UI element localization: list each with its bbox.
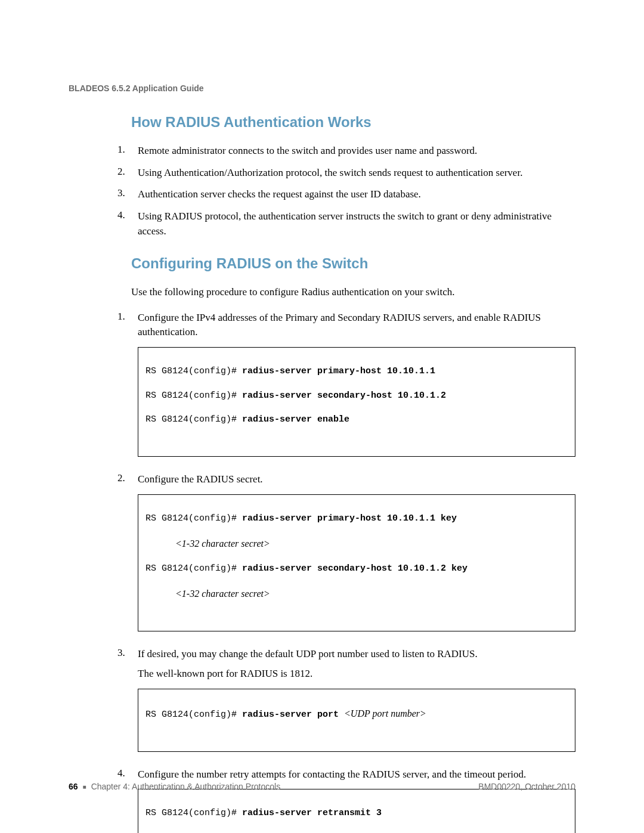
code-prompt: RS G8124(config)# xyxy=(145,513,242,524)
code-command: radius-server retransmit 3 xyxy=(242,808,382,818)
step-text: Authentication server checks the request… xyxy=(138,187,575,202)
code-command: radius-server primary-host 10.10.1.1 key xyxy=(242,513,457,524)
footer-doc-id: BMD00220, October 2010 xyxy=(478,782,575,791)
step-number: 1. xyxy=(117,311,132,465)
section1-step-4: 4. Using RADIUS protocol, the authentica… xyxy=(117,209,575,239)
step-note: The well-known port for RADIUS is 1812. xyxy=(138,667,575,682)
section2-intro: Use the following procedure to configure… xyxy=(69,285,575,300)
section1-step-3: 3. Authentication server checks the requ… xyxy=(117,187,575,202)
step-text: Remote administrator connects to the swi… xyxy=(138,144,575,159)
footer-page-number: 66 xyxy=(69,782,78,791)
code-command: radius-server port xyxy=(242,710,344,720)
code-placeholder: <UDP port number> xyxy=(344,708,426,719)
step-text: Using Authentication/Authorization proto… xyxy=(138,166,575,181)
footer-chapter: Chapter 4: Authentication & Authorizatio… xyxy=(91,782,281,791)
section-how-radius-works: How RADIUS Authentication Works 1. Remot… xyxy=(69,114,575,239)
step-text: Using RADIUS protocol, the authenticatio… xyxy=(138,209,575,239)
section1-heading: How RADIUS Authentication Works xyxy=(69,114,575,131)
code-block: RS G8124(config)# radius-server primary-… xyxy=(138,347,575,457)
step-text: Configure the RADIUS secret. xyxy=(138,473,263,485)
step-text: If desired, you may change the default U… xyxy=(138,648,478,659)
step-number: 1. xyxy=(117,144,132,159)
document-header: BLADEOS 6.5.2 Application Guide xyxy=(69,83,575,93)
code-prompt: RS G8124(config)# xyxy=(145,563,242,574)
code-block: RS G8124(config)# radius-server port <UD… xyxy=(138,689,575,752)
step-number: 2. xyxy=(117,472,132,640)
code-command: radius-server secondary-host 10.10.1.2 xyxy=(242,391,446,401)
code-command: radius-server primary-host 10.10.1.1 xyxy=(242,366,435,376)
footer-separator-icon: ■ xyxy=(83,784,86,790)
code-prompt: RS G8124(config)# xyxy=(145,414,242,425)
code-prompt: RS G8124(config)# xyxy=(145,391,242,401)
step-number: 4. xyxy=(117,767,132,833)
code-placeholder: <1-32 character secret> xyxy=(145,537,270,550)
step-text: Configure the IPv4 addresses of the Prim… xyxy=(138,312,541,338)
section2-step-2: 2. Configure the RADIUS secret. RS G8124… xyxy=(117,472,575,640)
code-prompt: RS G8124(config)# xyxy=(145,366,242,376)
step-number: 2. xyxy=(117,166,132,181)
code-block: RS G8124(config)# radius-server primary-… xyxy=(138,494,575,632)
step-number: 3. xyxy=(117,187,132,202)
code-block: RS G8124(config)# radius-server retransm… xyxy=(138,789,575,833)
step-number: 3. xyxy=(117,647,132,760)
section2-step-4: 4. Configure the number retry attempts f… xyxy=(117,767,575,833)
section1-step-1: 1. Remote administrator connects to the … xyxy=(117,144,575,159)
section1-step-2: 2. Using Authentication/Authorization pr… xyxy=(117,166,575,181)
page-footer: 66 ■ Chapter 4: Authentication & Authori… xyxy=(69,782,575,791)
section2-step-3: 3. If desired, you may change the defaul… xyxy=(117,647,575,760)
section2-step-1: 1. Configure the IPv4 addresses of the P… xyxy=(117,311,575,465)
section-configuring-radius: Configuring RADIUS on the Switch Use the… xyxy=(69,255,575,833)
code-prompt: RS G8124(config)# xyxy=(145,710,242,720)
code-command: radius-server secondary-host 10.10.1.2 k… xyxy=(242,563,467,574)
code-prompt: RS G8124(config)# xyxy=(145,808,242,818)
section2-heading: Configuring RADIUS on the Switch xyxy=(69,255,575,272)
code-placeholder: <1-32 character secret> xyxy=(145,587,270,600)
step-number: 4. xyxy=(117,209,132,239)
step-text: Configure the number retry attempts for … xyxy=(138,769,526,780)
code-command: radius-server enable xyxy=(242,414,349,425)
